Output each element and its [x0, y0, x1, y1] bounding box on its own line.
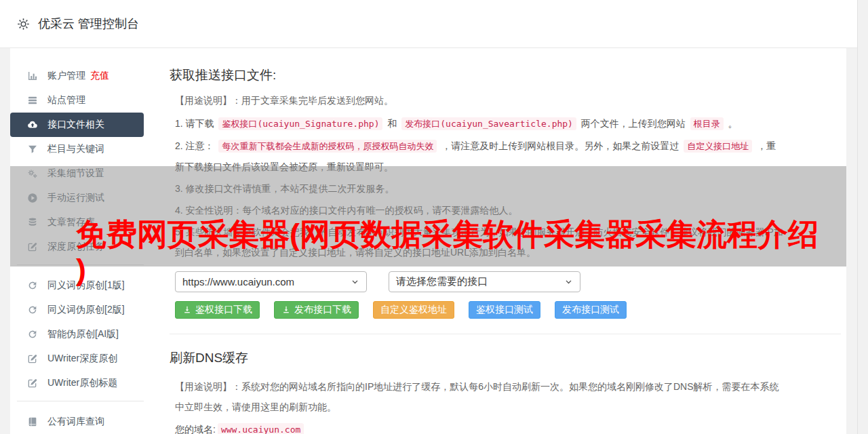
domain-value: www.ucaiyun.com [218, 423, 304, 434]
sidebar-item-label: UWriter深度原创 [47, 353, 117, 365]
sidebar-item-label: 接口文件相关 [47, 119, 104, 131]
highlighted-text: 根目录 [690, 117, 724, 130]
chevron-down-icon [564, 277, 573, 286]
sidebar-item-label: 同义词伪原创[1版] [47, 279, 125, 292]
sidebar-item[interactable]: 栏目与关键词 [10, 137, 156, 161]
button-label: 鉴权接口测试 [476, 304, 533, 316]
cloud-upload-icon [26, 119, 39, 130]
sidebar-item-label: 智能伪原创[AI版] [47, 328, 119, 340]
scrollbar[interactable] [857, 0, 868, 434]
push-section-title: 获取推送接口文件: [170, 66, 783, 84]
button-label: 发布接口测试 [562, 304, 619, 316]
buttons-row: 鉴权接口下载发布接口下载自定义鉴权地址鉴权接口测试发布接口测试 [175, 301, 783, 319]
sidebar-item[interactable]: 同义词伪原创[2版] [10, 298, 156, 322]
sidebar-item-label: 站点管理 [47, 94, 85, 106]
action-button[interactable]: 鉴权接口测试 [469, 301, 540, 319]
domain-label: 您的域名: [175, 424, 216, 434]
gear-icon [17, 18, 30, 31]
sidebar-item[interactable]: UWriter深度原创 [10, 347, 156, 371]
gray-overlay [10, 166, 846, 267]
sidebar-item[interactable]: 接口文件相关 [10, 113, 144, 137]
site-select[interactable]: https://www.ucaiyun.com [175, 271, 367, 292]
sidebar-item[interactable]: UWriter原创标题 [10, 371, 156, 395]
sidebar-item[interactable]: 智能伪原创[AI版] [10, 322, 156, 347]
app-header: 优采云 管理控制台 [0, 0, 868, 48]
sidebar-item-label: 账户管理 [47, 70, 85, 82]
button-label: 自定义鉴权地址 [380, 304, 447, 316]
select-value: https://www.ucaiyun.com [182, 276, 294, 288]
interface-select[interactable]: 请选择您需要的接口 [389, 271, 580, 292]
dns-section-title: 刷新DNS缓存 [170, 349, 783, 367]
sidebar-item-label: 栏目与关键词 [47, 143, 104, 155]
bar-chart-icon [26, 71, 39, 81]
refresh-icon [26, 304, 39, 315]
action-button[interactable]: 发布接口测试 [555, 301, 627, 319]
sidebar-item[interactable]: 公有词库查询 [10, 410, 156, 434]
button-label: 发布接口下载 [294, 304, 351, 316]
sidebar-item[interactable]: 账户管理充值 [10, 64, 156, 88]
action-button[interactable]: 自定义鉴权地址 [373, 301, 454, 319]
highlighted-text: 鉴权接口(ucaiyun_Signature.php) [218, 117, 382, 130]
highlighted-text: 自定义接口地址 [684, 140, 752, 153]
sidebar-item-label: 公有词库查询 [47, 416, 104, 428]
button-label: 鉴权接口下载 [195, 304, 252, 316]
push-usage-note: 【用途说明】：用于文章采集完毕后发送到您网站。 [170, 94, 783, 108]
edit-icon [26, 353, 39, 364]
domain-line: 您的域名:www.ucaiyun.com [170, 422, 783, 434]
sidebar-item[interactable]: 同义词伪原创[1版] [10, 273, 156, 298]
selects-row: https://www.ucaiyun.com请选择您需要的接口 [175, 271, 783, 292]
recharge-badge[interactable]: 充值 [90, 70, 109, 82]
chevron-down-icon [351, 277, 359, 286]
select-value: 请选择您需要的接口 [396, 275, 488, 288]
highlighted-text: 每次重新下载都会生成新的授权码，原授权码自动失效 [218, 140, 437, 153]
action-button[interactable]: 发布接口下载 [274, 301, 359, 319]
app-title: 优采云 管理控制台 [38, 16, 139, 32]
refresh-icon [26, 329, 39, 340]
dns-usage-note: 【用途说明】：系统对您的网站域名所指向的IP地址进行了缓存，默认每6小时自动刷新… [170, 376, 783, 417]
refresh-icon [26, 280, 39, 291]
book-icon [26, 416, 39, 427]
sidebar-item-label: 同义词伪原创[2版] [47, 304, 125, 316]
filter-icon [26, 144, 39, 155]
highlighted-text: 发布接口(ucaiyun_Savearticle.php) [401, 117, 576, 130]
edit-icon [26, 378, 39, 389]
download-icon [281, 305, 291, 315]
sidebar-item[interactable]: 站点管理 [10, 88, 156, 113]
instruction-line: 1. 请下载 鉴权接口(ucaiyun_Signature.php) 和 发布接… [170, 113, 783, 134]
action-button[interactable]: 鉴权接口下载 [175, 301, 260, 319]
download-icon [182, 305, 192, 315]
sidebar-item-label: UWriter原创标题 [47, 377, 117, 389]
section-divider [170, 334, 841, 334]
sidebar-divider [17, 401, 144, 401]
site-list-icon [26, 95, 39, 106]
